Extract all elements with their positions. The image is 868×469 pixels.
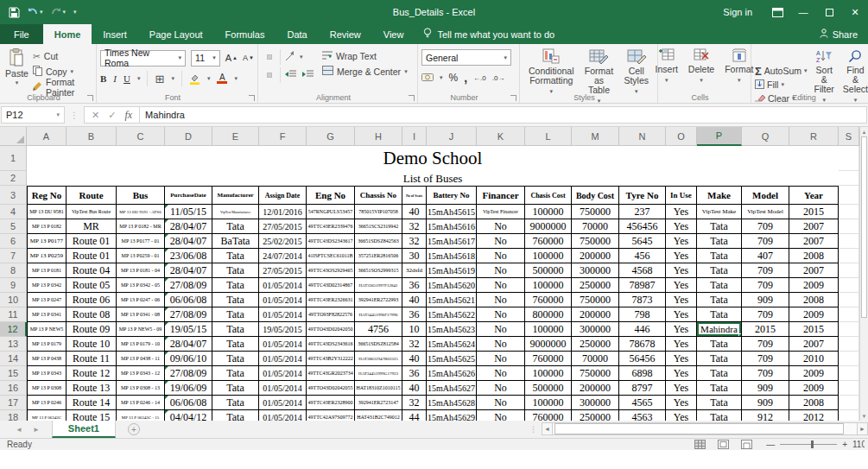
row-header-9[interactable]: 9	[0, 278, 27, 293]
grid-cell[interactable]: 27/08/09	[165, 307, 212, 322]
vertical-scroll-thumb[interactable]	[861, 136, 867, 318]
column-header-J[interactable]: J	[427, 127, 477, 146]
empty-cell[interactable]	[839, 307, 859, 322]
grid-cell[interactable]: 500000	[525, 381, 572, 396]
undo-button[interactable]: ▾	[28, 8, 43, 17]
grid-cell[interactable]: 750000	[572, 205, 619, 219]
column-header-K[interactable]: K	[477, 127, 525, 146]
font-size-select[interactable]: 11▾	[191, 50, 220, 67]
table-header-chasis-cost[interactable]: Chasis Cost	[525, 186, 572, 205]
grid-cell[interactable]: 19/05/15	[165, 322, 212, 337]
orientation-icon[interactable]	[283, 49, 297, 65]
grid-cell[interactable]: 709	[742, 278, 789, 293]
grid-cell[interactable]: 06/06/08	[165, 396, 212, 410]
grid-cell[interactable]: MP 13 P 0182	[27, 219, 67, 234]
grid-cell[interactable]: 15mAh45617	[427, 234, 477, 249]
empty-cell[interactable]	[839, 396, 859, 410]
grid-cell[interactable]: 49TTC43DS2343617	[307, 234, 355, 249]
grid-cell[interactable]: Tata	[697, 293, 742, 307]
grid-cell[interactable]: 8797	[619, 381, 666, 396]
grid-cell[interactable]: 27/05/2015	[259, 219, 307, 234]
grid-cell[interactable]: 392941ER2723147	[355, 396, 402, 410]
empty-cell[interactable]	[839, 352, 859, 366]
tab-home[interactable]: Home	[43, 24, 92, 44]
grid-cell[interactable]: HAT18310Z1010115	[355, 381, 402, 396]
grid-cell[interactable]: Tata	[212, 337, 259, 352]
font-name-select[interactable]: Times New Roma▾	[100, 50, 186, 67]
grid-cell[interactable]: VipTest Manufacturer	[212, 205, 259, 219]
grid-cell[interactable]: 100000	[525, 366, 572, 381]
grid-cell[interactable]: Tata	[697, 381, 742, 396]
grid-cell[interactable]: Tata	[212, 278, 259, 293]
grid-cell[interactable]: 49TTC43OS2929465	[307, 263, 355, 278]
grid-cell[interactable]: 49TTC43ER2326631	[307, 293, 355, 307]
grid-cell[interactable]: Tata	[697, 337, 742, 352]
grid-cell[interactable]: 49TTC43ER2339476	[307, 219, 355, 234]
column-header-O[interactable]: O	[666, 127, 697, 146]
table-header-reg-no[interactable]: Reg No	[27, 186, 67, 205]
row-header-16[interactable]: 16	[0, 381, 27, 396]
grid-cell[interactable]: 70000	[572, 352, 619, 366]
column-header-L[interactable]: L	[525, 127, 572, 146]
grid-cell[interactable]: No	[477, 337, 525, 352]
grid-cell[interactable]: 40	[402, 352, 427, 366]
redo-button[interactable]: ▾	[51, 8, 67, 17]
grid-cell[interactable]: Route 06	[67, 293, 117, 307]
grid-cell[interactable]: VipTest Financer	[477, 205, 525, 219]
grid-cell[interactable]: 709	[742, 263, 789, 278]
increase-font-icon[interactable]: A▲	[225, 53, 238, 63]
grid-cell[interactable]: No	[477, 366, 525, 381]
grid-cell[interactable]: Yes	[666, 219, 697, 234]
grid-cell[interactable]: No	[477, 263, 525, 278]
scrollbar-splitter[interactable]: ⋮	[529, 425, 538, 434]
grid-cell[interactable]: 785015VIP107058	[355, 205, 402, 219]
grid-cell[interactable]: 15mAh45623	[427, 322, 477, 337]
grid-cell[interactable]: 760000	[525, 234, 572, 249]
column-header-E[interactable]: E	[212, 127, 259, 146]
scroll-left-icon[interactable]: ◄	[542, 422, 553, 435]
grid-cell[interactable]: 200000	[572, 249, 619, 263]
align-left-icon[interactable]	[262, 73, 265, 77]
grid-cell[interactable]: HAT34451996F17996	[355, 307, 402, 322]
grid-cell[interactable]: 709	[742, 352, 789, 366]
row-header-8[interactable]: 8	[0, 263, 27, 278]
grid-cell[interactable]: No	[477, 219, 525, 234]
decrease-indent-icon[interactable]	[283, 68, 298, 82]
grid-cell[interactable]: Tata	[212, 366, 259, 381]
grid-cell[interactable]: VipTest Model	[742, 205, 789, 219]
grid-cell[interactable]: 446	[619, 322, 666, 337]
row-header-17[interactable]: 17	[0, 396, 27, 410]
table-header-year[interactable]: Year	[789, 186, 839, 205]
row-header-13[interactable]: 13	[0, 337, 27, 352]
grid-cell[interactable]: Tata	[212, 307, 259, 322]
page-break-view-icon[interactable]	[741, 440, 752, 449]
grid-cell[interactable]: 2015	[789, 205, 839, 219]
grid-cell[interactable]: 200000	[572, 381, 619, 396]
minimize-button[interactable]: —	[790, 0, 816, 24]
grid-cell[interactable]: 250000	[572, 278, 619, 293]
grid-cell[interactable]: 27/08/09	[165, 278, 212, 293]
align-top-icon[interactable]	[262, 55, 265, 59]
grid-cell[interactable]: MP 13 P 0181	[27, 263, 67, 278]
grid-cell[interactable]: 32dsfd	[402, 263, 427, 278]
horizontal-scrollbar[interactable]: ⋮ ◄ ►	[529, 422, 868, 435]
insert-cells-button[interactable]: Insert▾	[650, 46, 683, 85]
paste-button[interactable]: Paste ▾	[3, 46, 30, 86]
grid-cell[interactable]: Route 10	[67, 337, 117, 352]
grid-cell[interactable]: 28/04/07	[165, 234, 212, 249]
grid-cell[interactable]: HAT34451999G17923	[355, 366, 402, 381]
sheet-tab-sheet1[interactable]: Sheet1	[52, 421, 116, 438]
grid-cell[interactable]: 2009	[789, 366, 839, 381]
font-dialog-launcher[interactable]	[249, 95, 255, 101]
grid-cell[interactable]: No	[477, 322, 525, 337]
grid-cell[interactable]: 36651SDSZ812584	[355, 337, 402, 352]
grid-cell[interactable]: Yes	[666, 352, 697, 366]
grid-cell[interactable]: MP 13 P NEW5 - 09	[117, 322, 165, 337]
empty-cell[interactable]	[839, 263, 859, 278]
grid-cell[interactable]: MP 13 P 0342	[27, 278, 67, 293]
grid-cell[interactable]: 750000	[572, 293, 619, 307]
grid-cell[interactable]: 36	[402, 366, 427, 381]
grid-cell[interactable]: 2009	[789, 307, 839, 322]
grid-cell[interactable]: 40	[402, 293, 427, 307]
grid-cell[interactable]: MP 13 P 0179 - 10	[117, 337, 165, 352]
